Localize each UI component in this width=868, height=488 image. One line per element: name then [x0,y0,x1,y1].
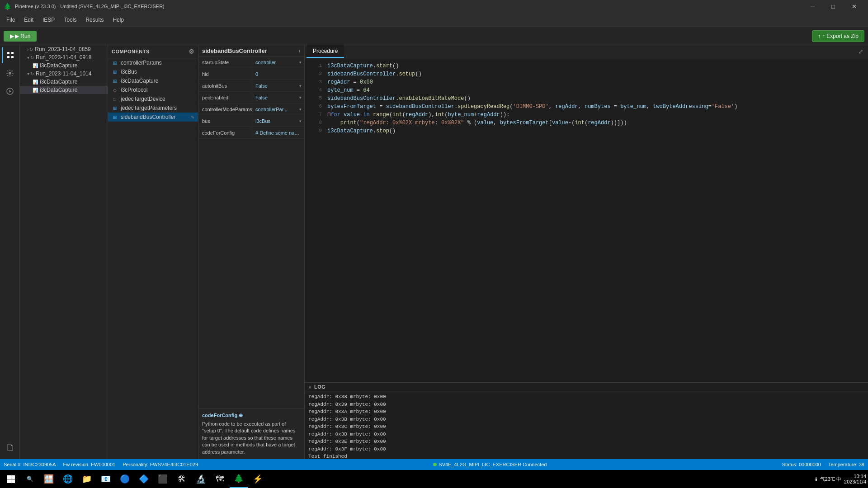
taskbar-app-edge[interactable]: 🌐 [59,470,77,488]
component-i3cbus[interactable]: ⊞ i3cBus [108,67,198,76]
code-line-8: 8 print("regAddr: 0x%02X mrbyte: 0x%02X"… [305,119,868,127]
taskbar-app-terminal[interactable]: ⬛ [154,470,172,488]
code-area[interactable]: 1 i3cDataCapture.start() 2 sidebandBusCo… [305,58,868,382]
components-settings-icon[interactable]: ⚙ [189,48,195,55]
log-content[interactable]: regAddr: 0x38 mrbyte: 0x00 regAddr: 0x39… [305,391,868,459]
prop-value-startupstate[interactable]: controller ▾ [253,58,304,66]
taskbar-app-folder[interactable]: 📁 [78,470,96,488]
properties-collapse-icon[interactable]: ‹ [298,47,301,54]
component-sidebandbuscontroller[interactable]: ⊞ sidebandBusController ✎ [108,113,198,122]
menu-help[interactable]: Help [108,15,128,25]
prop-name-startupstate: startupState [198,58,253,66]
taskbar-app-4[interactable]: ⚡ [249,470,267,488]
taskbar-app-2[interactable]: 🔬 [192,470,210,488]
prop-value-pecenabled[interactable]: False ▾ [253,94,304,102]
window-title: Pinetree (v 23.3.0) - Untitled (SV4E_4L2… [15,4,165,9]
properties-header: sidebandBusController ‹ [198,45,304,56]
chevron-down-icon-2: ▾ [27,71,29,76]
svg-point-4 [9,72,11,75]
prop-value-bus[interactable]: i3cBus ▾ [253,117,304,125]
comp-icon-i3cprotocol: ◇ [112,87,118,93]
status-serial: Serial #: INI3C230905A [4,462,56,467]
log-line-6: regAddr: 0x3D mrbyte: 0x00 [308,431,864,438]
log-line-2: regAddr: 0x39 mrbyte: 0x00 [308,401,864,408]
prop-row-startupstate: startupState controller ▾ [198,56,304,68]
component-i3cprotocol[interactable]: ◇ i3cProtocol [108,85,198,94]
prop-value-hid[interactable]: 0 [253,70,304,78]
status-right: Status: 00000000 Temperature: 38 [782,462,864,467]
tree-run-2-capture[interactable]: 📊 i3cDataCapture [20,61,108,70]
prop-value-autoinitbus[interactable]: False ▾ [253,82,304,90]
log-line-1: regAddr: 0x38 mrbyte: 0x00 [308,393,864,401]
sidebar-icon-file[interactable] [2,439,18,455]
component-controllerparams[interactable]: ⊞ controllerParams [108,58,198,67]
comp-icon-i3cbus: ⊞ [112,69,118,75]
component-jedectargetparameters[interactable]: ⊞ jedecTargetParameters [108,103,198,113]
connected-indicator [433,463,437,466]
status-left: Serial #: INI3C230905A Fw revision: FW00… [4,462,198,467]
code-line-1: 1 i3cDataCapture.start() [305,62,868,70]
tree-run-2[interactable]: ▾ ↻ Run_2023-11-04_0918 [20,53,108,61]
taskbar-app-1[interactable]: 🛠 [173,470,191,488]
taskbar-date: 2023/11/4 [844,479,866,484]
prop-name-autoinitbus: autoInitBus [198,82,253,90]
log-header[interactable]: ∨ LOG [305,383,868,391]
tree-run-3-capture-2[interactable]: 📊 i3cDataCapture [20,86,108,94]
taskbar-systray: 🌡 气23℃ 中 [814,476,841,483]
code-tabs: Procedure ⤢ [305,45,868,58]
close-button[interactable]: ✕ [844,0,864,13]
svg-rect-2 [7,56,9,58]
tree-run-3-capture-1[interactable]: 📊 i3cDataCapture [20,78,108,86]
prop-value-codeforconfig[interactable]: # Define some name... [253,129,304,137]
taskbar-start-button[interactable] [2,470,20,488]
taskbar-app-chrome[interactable]: 🔵 [116,470,134,488]
components-panel-header: Components ⚙ [108,45,198,58]
minimize-button[interactable]: ─ [802,0,823,13]
log-panel: ∨ LOG regAddr: 0x38 mrbyte: 0x00 regAddr… [305,382,868,459]
code-line-7: 7 ⊓for value in range(int(regAddr),int(b… [305,111,868,119]
prop-value-controllermodeparams[interactable]: controllerPar... ▾ [253,105,304,113]
menu-results[interactable]: Results [81,15,108,25]
properties-title: sidebandBusController [202,47,267,54]
maximize-button[interactable]: □ [823,0,844,13]
sidebar-icon-tree[interactable] [2,47,18,63]
comp-icon-controllerparams: ⊞ [112,60,118,66]
comp-icon-sidebandbuscontroller: ⊞ [112,114,118,120]
export-button[interactable]: ↑ ↑ Export as Zip [812,30,864,42]
menu-file[interactable]: File [2,15,19,25]
menu-edit[interactable]: Edit [19,15,38,25]
status-device: SV4E_4L2G_MIPI_I3C_EXERCISER Connected [439,462,547,467]
status-temperature: Temperature: 38 [828,462,864,467]
taskbar-app-mail[interactable]: 📧 [97,470,115,488]
component-jedectargetdevice[interactable]: □ jedecTargetDevice [108,94,198,103]
prop-row-codeforconfig: codeForConfig # Define some name... [198,127,304,139]
taskbar-app-vscode[interactable]: 🔷 [135,470,153,488]
status-bar: Serial #: INI3C230905A Fw revision: FW00… [0,459,868,470]
tooltip-title: codeForConfig ⊕ [202,412,301,419]
status-device-connected: SV4E_4L2G_MIPI_I3C_EXERCISER Connected [433,462,547,467]
sidebar-icon-settings[interactable] [2,65,18,81]
chevron-down-icon: ▾ [27,55,29,60]
prop-name-codeforconfig: codeForConfig [198,129,253,137]
component-i3cdatacapture[interactable]: ⊞ i3cDataCapture [108,76,198,85]
log-line-3: regAddr: 0x3A mrbyte: 0x00 [308,408,864,416]
tree-run-3[interactable]: ▾ ↻ Run_2023-11-04_1014 [20,70,108,78]
code-line-6: 6 bytesFromTarget = sidebandBusControlle… [305,103,868,111]
taskbar-app-pinetree[interactable]: 🌲 [230,470,248,488]
taskbar-app-3[interactable]: 🗺 [211,470,229,488]
prop-row-hid: hid 0 [198,68,304,80]
expand-icon[interactable]: ⤢ [855,46,866,57]
main-content: › ↻ Run_2023-11-04_0859 ▾ ↻ Run_2023-11-… [0,45,868,459]
prop-name-controllermodeparams: controllerModeParams [198,105,253,113]
sidebar-icon-run[interactable] [2,83,18,99]
menu-iesp[interactable]: IESP [38,15,59,25]
menu-tools[interactable]: Tools [59,15,81,25]
run-button[interactable]: ▶ ▶ Run [4,31,37,42]
prop-name-hid: hid [198,70,253,78]
taskbar-app-explorer[interactable]: 🪟 [40,470,58,488]
tab-procedure[interactable]: Procedure [307,45,344,58]
taskbar-search-button[interactable]: 🔍 [21,470,39,488]
tree-run-1[interactable]: › ↻ Run_2023-11-04_0859 [20,45,108,53]
component-edit-icon[interactable]: ✎ [191,115,194,120]
chevron-down-icon-ctrl: ▾ [299,107,302,112]
